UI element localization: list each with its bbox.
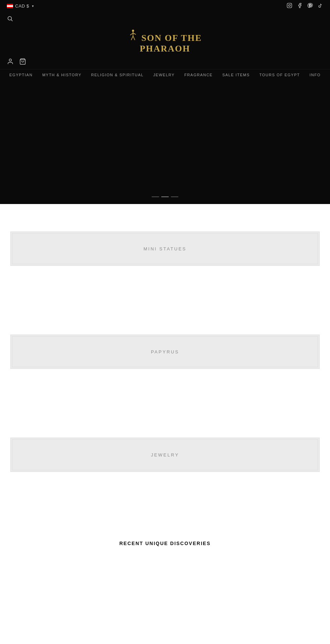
logo-line1: SON OF THE	[141, 33, 202, 43]
search-button[interactable]	[7, 15, 13, 22]
search-row	[7, 12, 323, 24]
svg-point-5	[132, 30, 134, 32]
hero-banner	[0, 80, 330, 204]
category-label-mini-statues: MINI STATUES	[143, 246, 186, 251]
header: SON OF THE PHARAOH	[0, 12, 330, 69]
hero-dot-1[interactable]	[152, 196, 159, 197]
chevron-down-icon: ▾	[32, 4, 34, 8]
recent-section: RECENT UNIQUE DISCOVERIES	[0, 527, 330, 642]
nav-item-tours[interactable]: TOURS OF EGYPT	[259, 73, 300, 77]
svg-point-11	[9, 59, 12, 61]
nav-item-sale[interactable]: SALE ITEMS	[222, 73, 250, 77]
svg-point-2	[290, 4, 291, 4]
nav-item-religion[interactable]: RELIGION & SPIRITUAL	[91, 73, 144, 77]
svg-point-3	[8, 16, 12, 20]
nav-item-myth[interactable]: MYTH & HISTORY	[42, 73, 81, 77]
spacer-2	[7, 280, 323, 335]
tiktok-icon[interactable]	[318, 3, 323, 9]
spacer-3	[7, 383, 323, 438]
svg-line-4	[11, 20, 12, 21]
category-label-papyrus: PAPYRUS	[151, 349, 179, 354]
category-card-mini-statues[interactable]: MINI STATUES	[10, 231, 320, 266]
recent-title: RECENT UNIQUE DISCOVERIES	[7, 541, 323, 546]
hero-dots	[152, 196, 178, 197]
spacer-1	[7, 218, 323, 231]
category-label-jewelry: JEWELRY	[151, 452, 179, 457]
facebook-icon[interactable]	[297, 3, 302, 9]
category-card-jewelry[interactable]: JEWELRY	[10, 438, 320, 472]
currency-selector[interactable]: CAD $ ▾	[7, 3, 34, 9]
recent-content-area	[7, 546, 323, 622]
hero-dot-2[interactable]	[161, 196, 169, 197]
nav-item-jewelry[interactable]: JEWELRY	[153, 73, 175, 77]
currency-label: CAD $	[15, 3, 29, 9]
category-section: MINI STATUES PAPYRUS JEWELRY	[0, 204, 330, 527]
nav-item-fragrance[interactable]: FRAGRANCE	[184, 73, 213, 77]
cart-icon[interactable]	[19, 58, 26, 65]
svg-line-10	[133, 36, 135, 40]
pinterest-icon[interactable]	[307, 3, 313, 9]
category-card-papyrus[interactable]: PAPYRUS	[10, 335, 320, 369]
canada-flag-icon	[7, 4, 13, 8]
actions-row	[7, 56, 323, 66]
svg-line-9	[131, 36, 133, 40]
top-bar: CAD $ ▾	[0, 0, 330, 12]
svg-line-7	[130, 33, 133, 35]
spacer-4	[7, 486, 323, 513]
svg-line-8	[133, 33, 136, 35]
logo-area: SON OF THE PHARAOH	[7, 24, 323, 56]
svg-point-1	[288, 4, 290, 6]
instagram-icon[interactable]	[287, 3, 292, 9]
logo-line2: PHARAOH	[140, 44, 190, 54]
hero-dot-3[interactable]	[171, 196, 178, 197]
svg-rect-0	[287, 3, 292, 8]
nav-item-egyptian[interactable]: EGYPTIAN	[9, 73, 33, 77]
site-logo[interactable]: SON OF THE PHARAOH	[128, 28, 202, 54]
account-icon[interactable]	[7, 58, 14, 65]
social-icons-group	[287, 3, 323, 9]
nav-bar: EGYPTIAN MYTH & HISTORY RELIGION & SPIRI…	[0, 69, 330, 80]
nav-item-info[interactable]: INFO	[309, 73, 320, 77]
